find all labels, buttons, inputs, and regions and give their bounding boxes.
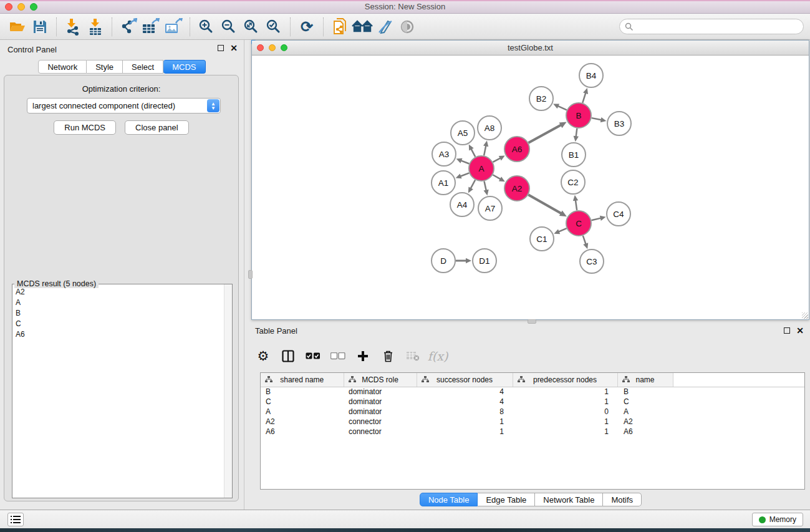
edge-C-C4[interactable] [591, 218, 600, 221]
table-row[interactable]: Bdominator41B [261, 387, 805, 397]
network-canvas[interactable]: B4B2BB3A8A5A6A3B1AA1C2A2A4A7C4CC1DD1C3 [252, 56, 809, 319]
close-panel-icon[interactable]: ✕ [230, 45, 238, 51]
open-file-icon[interactable] [6, 16, 29, 37]
edge-C-C3[interactable] [583, 236, 586, 244]
cell[interactable]: C [617, 397, 673, 407]
search-field[interactable] [619, 19, 804, 34]
delete-row-icon[interactable] [380, 347, 396, 365]
cell[interactable]: dominator [344, 397, 417, 407]
frame-resize-grip[interactable] [802, 312, 808, 319]
annotation-mode-icon[interactable] [374, 16, 396, 37]
table-row[interactable]: Cdominator41C [261, 397, 805, 407]
cell[interactable]: dominator [344, 387, 417, 397]
float-table-panel-icon[interactable] [784, 327, 790, 334]
edge-B-B3[interactable] [592, 118, 602, 120]
unselect-all-icon[interactable] [330, 347, 346, 365]
cell[interactable]: A2 [617, 417, 673, 427]
show-hide-icon[interactable] [396, 16, 418, 37]
save-session-icon[interactable] [29, 16, 51, 37]
cell[interactable]: B [617, 387, 673, 397]
edge-A-A8[interactable] [484, 145, 486, 155]
cell[interactable]: 8 [417, 407, 513, 417]
task-history-button[interactable] [7, 513, 24, 526]
cell[interactable]: A [261, 407, 344, 417]
vertical-scroll-thumb[interactable] [248, 270, 253, 279]
tab-network-table[interactable]: Network Table [535, 493, 603, 506]
network-window[interactable]: testGlobe.txt B4B2BB3A8A5A6A3B1AA1C2A2A4… [251, 40, 809, 320]
result-scrollbar[interactable] [224, 284, 232, 498]
memory-button[interactable]: Memory [752, 513, 803, 526]
export-table-icon[interactable] [140, 16, 162, 37]
refresh-icon[interactable]: ⟳ [296, 16, 318, 37]
tab-network[interactable]: Network [38, 60, 87, 74]
edge-C-C2[interactable] [576, 200, 577, 210]
table-row[interactable]: Adominator80A [261, 407, 805, 417]
zoom-selected-icon[interactable] [263, 16, 285, 37]
result-item[interactable]: A [12, 297, 223, 307]
run-mcds-button[interactable]: Run MCDS [54, 120, 116, 135]
home-pages-icon[interactable] [351, 16, 374, 37]
tab-mcds[interactable]: MCDS [163, 60, 205, 74]
cell[interactable]: A6 [261, 427, 344, 437]
function-builder-icon[interactable]: f(x) [430, 347, 446, 365]
result-item[interactable]: A2 [12, 286, 223, 297]
cell[interactable]: connector [344, 417, 417, 427]
column-header-name[interactable]: name [617, 373, 673, 387]
zoom-out-icon[interactable] [218, 16, 240, 37]
edge-A-A2[interactable] [493, 175, 501, 179]
cell[interactable]: 1 [513, 397, 617, 407]
cell[interactable]: B [261, 387, 344, 397]
criterion-select[interactable]: largest connected component (directed) ▲… [27, 98, 221, 114]
result-item[interactable]: A6 [12, 329, 223, 339]
result-item[interactable]: C [12, 318, 223, 329]
cell[interactable]: 1 [417, 427, 513, 437]
cell[interactable]: 1 [417, 417, 513, 427]
close-panel-button[interactable]: Close panel [125, 120, 189, 135]
network-graph[interactable]: B4B2BB3A8A5A6A3B1AA1C2A2A4A7C4CC1DD1C3 [252, 56, 809, 319]
tab-select[interactable]: Select [123, 60, 163, 74]
edge-A-A3[interactable] [461, 160, 469, 163]
new-network-from-selection-icon[interactable] [329, 16, 351, 37]
tab-node-table[interactable]: Node Table [420, 493, 478, 506]
table-header-row[interactable]: shared nameMCDS rolesuccessor nodesprede… [261, 373, 805, 387]
edge-A-A1[interactable] [460, 173, 469, 176]
tab-motifs[interactable]: Motifs [603, 493, 642, 506]
edge-A-A5[interactable] [471, 149, 476, 157]
zoom-fit-icon[interactable] [240, 16, 263, 37]
select-all-icon[interactable] [305, 347, 321, 365]
column-header-predecessor-nodes[interactable]: predecessor nodes [513, 373, 617, 387]
edge-B-B2[interactable] [557, 106, 566, 110]
cell[interactable]: 0 [513, 407, 617, 417]
edge-A-A4[interactable] [471, 180, 475, 189]
tab-edge-table[interactable]: Edge Table [478, 493, 535, 506]
network-window-titlebar[interactable]: testGlobe.txt [252, 41, 809, 56]
node-table[interactable]: shared nameMCDS rolesuccessor nodesprede… [260, 372, 805, 490]
cell[interactable]: 4 [417, 387, 513, 397]
edge-A6-B[interactable] [528, 125, 561, 143]
column-header-successor-nodes[interactable]: successor nodes [417, 373, 513, 387]
mcds-result-list[interactable]: A2ABCA6 [12, 286, 223, 498]
cell[interactable]: 4 [417, 397, 513, 407]
edge-C-C1[interactable] [559, 228, 567, 231]
edge-B-B1[interactable] [576, 128, 577, 137]
table-row[interactable]: A2connector11A2 [261, 417, 805, 427]
cell[interactable]: C [261, 397, 344, 407]
import-network-icon[interactable] [62, 16, 84, 37]
cell[interactable]: 1 [513, 387, 617, 397]
export-image-icon[interactable] [162, 16, 185, 37]
zoom-in-icon[interactable] [195, 16, 218, 37]
edge-A-A7[interactable] [484, 181, 486, 191]
export-network-icon[interactable] [117, 16, 140, 37]
cell[interactable]: 1 [513, 417, 617, 427]
cell[interactable]: 1 [513, 427, 617, 437]
add-row-icon[interactable] [355, 347, 371, 365]
edge-B-B4[interactable] [582, 93, 586, 103]
float-panel-icon[interactable] [218, 45, 224, 51]
column-header-shared-name[interactable]: shared name [261, 373, 344, 387]
show-columns-icon[interactable] [280, 347, 296, 365]
cell[interactable]: A [617, 407, 673, 417]
result-item[interactable]: B [12, 307, 223, 318]
delete-table-icon[interactable] [405, 347, 421, 365]
cell[interactable]: A2 [261, 417, 344, 427]
cell[interactable]: A6 [617, 427, 673, 437]
